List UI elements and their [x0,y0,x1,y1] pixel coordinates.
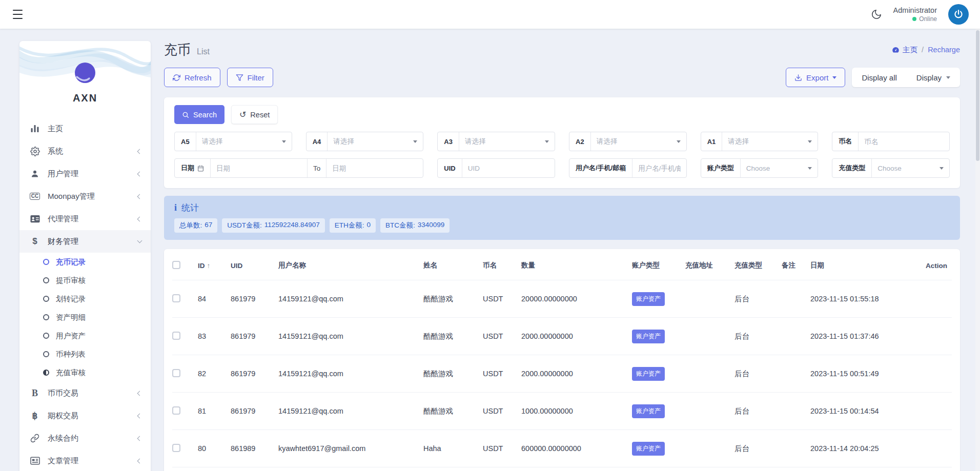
row-checkbox[interactable] [172,444,180,452]
coin-name-input[interactable] [864,138,944,146]
filter-select-a4[interactable]: A4 请选择 [306,132,424,151]
display-all-button[interactable]: Display all [852,68,906,87]
submenu-item-label: 用户资产 [56,331,86,341]
dark-mode-toggle[interactable] [871,9,882,20]
display-button[interactable]: Display [907,68,960,87]
filter-select-a3[interactable]: A3 请选择 [437,132,555,151]
caret-down-icon [940,167,944,170]
sidebar-item-label: 永续合约 [48,434,138,443]
moon-icon [871,9,882,20]
refresh-button[interactable]: Refresh [164,68,220,87]
circle-icon [43,277,49,283]
filter-account-type[interactable]: 账户类型 Choose [701,158,819,178]
cell-coin: USDT [483,444,521,453]
cell-username: 14159121@qq.com [278,332,423,340]
submenu-item-asset-details[interactable]: 资产明细 [19,308,151,326]
filter-button[interactable]: Filter [227,68,273,87]
col-id[interactable]: ID↑ [198,262,231,270]
sidebar-item-home[interactable]: 主页 [19,117,151,140]
main-area: 充币 List 主页 / Recharge [164,41,960,471]
cell-username: 14159121@qq.com [278,370,423,378]
chevron-left-icon [137,458,142,463]
sidebar-item-finance-management[interactable]: $ 财务管理 [19,230,151,253]
table-row: 80 861989 kyawhtet6917@gmail.com Haha US… [172,429,952,467]
stat-label: USDT金额: [227,221,262,230]
vertical-scrollbar[interactable] [975,29,980,471]
row-checkbox[interactable] [172,406,180,415]
cell-id: 82 [198,370,231,378]
hamburger-menu-button[interactable] [11,9,25,19]
reset-button[interactable]: ↺ Reset [231,105,278,124]
select-all-checkbox[interactable] [172,261,180,269]
date-to-input[interactable] [332,165,417,172]
submenu-item-transfer-records[interactable]: 划转记录 [19,290,151,308]
sidebar-item-label: 期权交易 [48,411,138,421]
sidebar-item-label: 系统 [48,147,138,156]
filter-label: A1 [701,132,723,151]
filter-card: Search ↺ Reset A5 请选择 A4 请选择 A3 请 [164,97,960,188]
select-placeholder: 请选择 [333,137,354,146]
cell-coin: USDT [483,332,521,340]
sidebar-item-options-trading[interactable]: ฿ 期权交易 [19,404,151,427]
row-checkbox[interactable] [172,332,180,340]
select-placeholder: 请选择 [202,137,223,146]
cell-amount: 600000.00000000 [521,444,632,453]
breadcrumb-current[interactable]: Recharge [928,46,960,54]
cell-id: 81 [198,407,231,415]
stats-title: 统计 [181,202,199,214]
sidebar-item-user-management[interactable]: 用户管理 [19,162,151,185]
filter-recharge-type[interactable]: 充值类型 Choose [832,158,950,178]
submenu-item-label: 提币审核 [56,276,86,285]
online-status-dot [912,17,916,21]
top-header: Administrator Online [0,0,980,29]
table-header-row: ID↑ UID 用户名称 姓名 币名 数量 账户类型 充值地址 充值类型 备注 … [172,251,952,280]
account-type-badge: 账户资产 [632,404,665,418]
sidebar-item-moonpay[interactable]: CC Moonpay管理 [19,185,151,208]
filter-select-a5[interactable]: A5 请选择 [174,132,292,151]
sidebar-item-spot-trading[interactable]: B 币币交易 [19,382,151,404]
cell-id: 83 [198,332,231,340]
cell-coin: USDT [483,370,521,378]
bitcoin-icon: ฿ [29,411,41,421]
submenu-item-coin-list[interactable]: 币种列表 [19,345,151,363]
circle-icon [43,333,49,339]
online-status-label: Online [919,15,937,23]
scrollbar-thumb[interactable] [976,30,979,161]
col-action: Action [926,262,952,270]
sidebar-item-agent-management[interactable]: 代理管理 [19,208,151,230]
search-button[interactable]: Search [174,105,224,124]
col-recharge-type: 充值类型 [734,261,782,270]
filter-user: 用户名/手机/邮箱 [569,158,687,178]
uid-input[interactable] [468,165,549,172]
sort-asc-icon: ↑ [207,262,211,270]
cell-recharge-type: 后台 [734,444,782,454]
cell-username: kyawhtet6917@gmail.com [278,444,423,453]
col-account-type: 账户类型 [632,261,685,270]
user-input[interactable] [638,165,680,172]
row-checkbox[interactable] [172,369,180,377]
breadcrumb-home-link[interactable]: 主页 [892,45,917,55]
submenu-item-user-assets[interactable]: 用户资产 [19,326,151,345]
row-checkbox[interactable] [172,294,180,302]
dollar-icon: $ [29,236,41,247]
submenu-item-label: 充值审核 [56,368,86,378]
export-button[interactable]: Export [786,68,845,87]
cell-date: 2023-11-15 00:51:49 [810,370,926,378]
col-coin: 币名 [483,261,521,270]
filter-label: A4 [307,132,328,151]
reset-label: Reset [250,111,270,119]
submenu-item-withdraw-review[interactable]: 提币审核 [19,271,151,290]
undo-icon: ↺ [239,111,246,119]
sidebar-item-article-management[interactable]: 文章管理 [19,449,151,471]
submenu-item-recharge-review[interactable]: 充值审核 [19,363,151,382]
user-avatar[interactable] [948,4,969,25]
date-from-input[interactable] [216,165,301,172]
display-all-label: Display all [862,73,896,82]
sidebar-item-system[interactable]: 系统 [19,140,151,162]
submenu-item-recharge-records[interactable]: 充币记录 [19,253,151,271]
sidebar-item-perpetual-contracts[interactable]: 永续合约 [19,427,151,449]
filter-select-a1[interactable]: A1 请选择 [701,132,819,151]
filter-select-a2[interactable]: A2 请选择 [569,132,687,151]
cell-uid: 861979 [231,370,278,378]
cell-uid: 861979 [231,295,278,303]
